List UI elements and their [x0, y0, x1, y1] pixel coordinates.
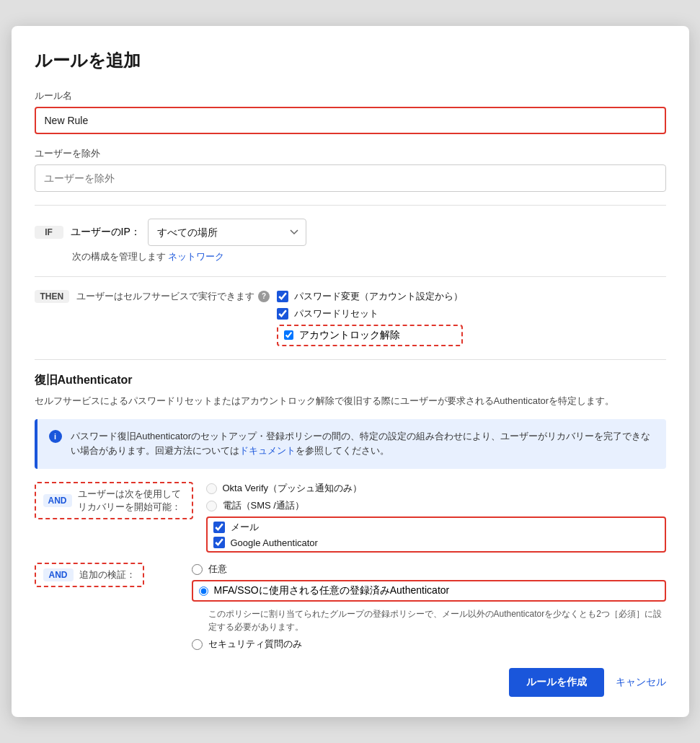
- checkbox-unlock-highlighted: アカウントロック解除: [277, 325, 463, 346]
- cancel-button[interactable]: キャンセル: [616, 676, 666, 689]
- and-badge-1: AND: [43, 494, 72, 507]
- mfa-sub-desc: このポリシーに割り当てられたグループの登録ポリシーで、メール以外のAuthent…: [208, 607, 666, 633]
- security-question-row: セキュリティ質問のみ: [192, 638, 666, 651]
- and-section-2-left: AND 追加の検証：: [35, 563, 179, 587]
- phone-label: 電話（SMS /通話）: [223, 499, 304, 512]
- recovery-section-title: 復旧Authenticator: [35, 373, 666, 388]
- mfa-label: MFA/SSOに使用される任意の登録済みAuthenticator: [214, 584, 450, 597]
- google-auth-checkbox[interactable]: [213, 537, 225, 548]
- checkbox-password-reset-label: パスワードリセット: [294, 307, 378, 320]
- info-box: i パスワード復旧Authenticatorのセットアップ・登録ポリシーの間の、…: [35, 419, 666, 470]
- okta-verify-label: Okta Verify（プッシュ通知のみ）: [223, 482, 363, 495]
- recovery-section-desc: セルフサービスによるパスワードリセットまたはアカウントロック解除で復旧する際にユ…: [35, 394, 666, 409]
- mfa-highlighted: MFA/SSOに使用される任意の登録済みAuthenticator: [192, 580, 666, 602]
- google-auth-row: Google Authenticator: [213, 537, 659, 548]
- divider-2: [35, 276, 666, 277]
- if-label: ユーザーのIP：: [71, 226, 141, 239]
- checkbox-unlock-label: アカウントロック解除: [299, 329, 400, 342]
- google-auth-label: Google Authenticator: [231, 537, 318, 548]
- checkbox-password-reset-input[interactable]: [277, 308, 288, 320]
- email-checkbox[interactable]: [213, 522, 225, 533]
- if-badge: IF: [35, 226, 63, 239]
- and-section-1-left: AND ユーザーは次を使用してリカバリーを開始可能：: [35, 482, 193, 519]
- security-question-radio[interactable]: [192, 639, 203, 650]
- checkbox-unlock-input[interactable]: [284, 330, 293, 340]
- help-icon[interactable]: ?: [258, 291, 270, 302]
- if-row: IF ユーザーのIP： すべての場所: [35, 219, 666, 246]
- okta-verify-row: Okta Verify（プッシュ通知のみ）: [206, 482, 666, 495]
- optional-row: 任意: [192, 563, 666, 576]
- and-section-2: AND 追加の検証： 任意 MFA/SSOに使用される任意の登録済みAuthen…: [35, 563, 666, 651]
- and-badge-2: AND: [43, 568, 74, 581]
- and-section-1: AND ユーザーは次を使用してリカバリーを開始可能： Okta Verify（プ…: [35, 482, 666, 553]
- add-rule-dialog: ルールを追加 ルール名 ユーザーを除外 IF ユーザーのIP： すべての場所 次…: [12, 26, 689, 717]
- rule-name-field: ルール名: [35, 89, 666, 134]
- dialog-title: ルールを追加: [35, 49, 666, 72]
- checkbox-password-change-label: パスワード変更（アカウント設定から）: [294, 290, 463, 303]
- email-row: メール: [213, 521, 659, 534]
- footer-row: ルールを作成 キャンセル: [35, 668, 666, 697]
- info-icon: i: [49, 430, 62, 443]
- info-box-text: パスワード復旧Authenticatorのセットアップ・登録ポリシーの間の、特定…: [71, 429, 655, 460]
- then-row: THEN ユーザーはセルフサービスで実行できます ? パスワード変更（アカウント…: [35, 290, 666, 346]
- checkbox-password-change-input[interactable]: [277, 291, 288, 302]
- checkbox-password-change: パスワード変更（アカウント設定から）: [277, 290, 463, 303]
- optional-label: 任意: [208, 563, 227, 576]
- ip-location-select[interactable]: すべての場所: [148, 219, 306, 246]
- checkbox-password-reset: パスワードリセット: [277, 307, 463, 320]
- create-rule-button[interactable]: ルールを作成: [509, 668, 604, 697]
- exclude-users-field: ユーザーを除外: [35, 147, 666, 192]
- network-manage-text: 次の構成を管理します ネットワーク: [72, 250, 666, 263]
- rule-name-input[interactable]: [35, 107, 666, 134]
- then-checkboxes: パスワード変更（アカウント設定から） パスワードリセット アカウントロック解除: [277, 290, 463, 346]
- and-section-1-right: Okta Verify（プッシュ通知のみ） 電話（SMS /通話） メール Go…: [206, 482, 666, 553]
- phone-row: 電話（SMS /通話）: [206, 499, 666, 512]
- optional-radio[interactable]: [192, 564, 203, 575]
- then-label: ユーザーはセルフサービスで実行できます ?: [76, 290, 270, 303]
- security-question-label: セキュリティ質問のみ: [208, 638, 302, 651]
- network-link[interactable]: ネットワーク: [168, 251, 224, 262]
- mfa-radio[interactable]: [199, 586, 208, 596]
- and-badge-2-box: AND 追加の検証：: [35, 563, 144, 587]
- email-google-highlighted: メール Google Authenticator: [206, 516, 666, 553]
- phone-radio[interactable]: [206, 501, 217, 511]
- and-badge-1-box: AND ユーザーは次を使用してリカバリーを開始可能：: [35, 482, 193, 519]
- then-badge: THEN: [35, 290, 70, 303]
- okta-verify-radio[interactable]: [206, 483, 217, 494]
- doc-link[interactable]: ドキュメント: [239, 445, 296, 456]
- and-label-1: ユーザーは次を使用してリカバリーを開始可能：: [78, 488, 185, 514]
- divider-3: [35, 359, 666, 360]
- exclude-users-input[interactable]: [35, 164, 666, 192]
- and-section-2-right: 任意 MFA/SSOに使用される任意の登録済みAuthenticator このポ…: [192, 563, 666, 651]
- email-label: メール: [231, 521, 259, 534]
- rule-name-label: ルール名: [35, 89, 666, 102]
- divider-1: [35, 205, 666, 206]
- and-label-2: 追加の検証：: [79, 568, 136, 581]
- exclude-users-label: ユーザーを除外: [35, 147, 666, 160]
